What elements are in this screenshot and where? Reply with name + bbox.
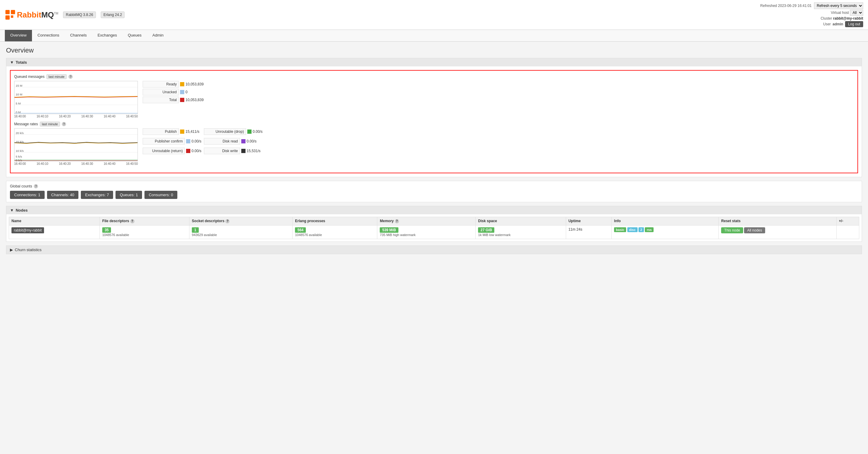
publisher-confirm-value: 0.00/s [191, 139, 202, 143]
header: RabbitMQTM RabbitMQ 3.8.26 Erlang 24.2 R… [0, 0, 868, 30]
stats-row-disk-read: Disk read 0.00/s [204, 138, 263, 145]
queued-stats-table: Ready 10,053,839 Unacked 0 Total [143, 81, 854, 105]
totals-arrow: ▼ [10, 60, 14, 65]
info-basic-badge: basic [614, 227, 626, 232]
table-row: rabbit@my-rabbit 35 1048576 available 1 … [9, 225, 859, 239]
consumers-count-btn[interactable]: Consumers: 0 [145, 191, 177, 199]
disk-write-value: 15,531/s [247, 149, 260, 153]
disk-write-label: Disk write [204, 148, 240, 154]
nav-channels[interactable]: Channels [65, 30, 92, 41]
page: Overview ▼ Totals Queued messages last m… [0, 42, 868, 454]
unroutable-drop-label: Unroutable (drop) [204, 128, 246, 135]
refresh-info: Refreshed 2023-06-29 16:41:01 Refresh ev… [760, 2, 863, 9]
node-name: rabbit@my-rabbit [11, 227, 44, 233]
svg-rect-3 [11, 16, 13, 18]
col-name: Name [9, 217, 100, 226]
memory-help[interactable]: ? [395, 219, 399, 223]
svg-text:10 k/s: 10 k/s [16, 149, 24, 152]
info-disc-badge: disc [627, 227, 638, 232]
connections-count-btn[interactable]: Connections: 1 [10, 191, 44, 199]
cluster-info: Cluster rabbit@my-rabbit [760, 16, 863, 21]
churn-arrow: ▶ [10, 248, 13, 252]
nav: Overview Connections Channels Exchanges … [0, 30, 868, 42]
socket-desc-help[interactable]: ? [225, 219, 229, 223]
ready-label: Ready [143, 81, 179, 88]
file-desc-help[interactable]: ? [130, 219, 134, 223]
disk-write-color [241, 149, 246, 153]
erlang-sub: 1048576 available [295, 233, 322, 237]
username: admin [833, 22, 843, 26]
total-color [180, 98, 184, 102]
disk-read-value: 0.00/s [247, 139, 257, 143]
uptime-cell: 11m 24s [566, 225, 611, 239]
svg-text:5 M: 5 M [16, 102, 21, 105]
nodes-label: Nodes [16, 208, 28, 212]
publish-value: 15,411/s [185, 130, 199, 134]
svg-text:10 M: 10 M [16, 93, 22, 96]
queued-messages-section: Queued messages last minute ? [14, 74, 854, 118]
queued-chart-container: 15 M 10 M 5 M 0 M [14, 81, 138, 118]
global-counts-label: Global counts ? [10, 184, 858, 188]
all-nodes-button[interactable]: All nodes [744, 227, 765, 233]
nav-connections[interactable]: Connections [32, 30, 65, 41]
nodes-table-header: Name File descriptors ? Socket descripto… [9, 217, 859, 226]
totals-inner: Queued messages last minute ? [10, 70, 858, 173]
svg-rect-0 [5, 10, 10, 14]
disk-read-color [241, 139, 246, 143]
col-file-desc: File descriptors ? [99, 217, 189, 226]
col-memory: Memory ? [377, 217, 476, 226]
churn-section: ▶ Churn statistics [6, 246, 862, 254]
queues-count-btn[interactable]: Queues: 1 [116, 191, 142, 199]
logout-button[interactable]: Log out [845, 21, 863, 27]
message-rates-section: Message rates last minute ? 20 k/s [14, 122, 854, 165]
socket-desc-cell: 1 943629 available [189, 225, 292, 239]
churn-header[interactable]: ▶ Churn statistics [6, 246, 862, 254]
queued-chart-svg: 15 M 10 M 5 M 0 M [14, 81, 137, 114]
virtual-host-select[interactable]: All [850, 10, 863, 16]
col-socket-desc: Socket descriptors ? [189, 217, 292, 226]
svg-rect-2 [5, 16, 10, 20]
unacked-color [180, 90, 184, 94]
queued-chart-row: 15 M 10 M 5 M 0 M [14, 81, 854, 118]
memory-sub: 735 MiB high watermark [380, 233, 415, 237]
col-info: Info [612, 217, 719, 226]
stats-row-total: Total 10,053,839 [143, 96, 854, 103]
disk-sub: 1k MiB low watermark [478, 233, 510, 237]
info-cell: basic disc 2 rss [612, 225, 719, 239]
col-plus-minus: +/- [836, 217, 859, 226]
totals-body: Queued messages last minute ? [6, 66, 862, 177]
nodes-header[interactable]: ▼ Nodes [6, 206, 862, 214]
stats-row-ready: Ready 10,053,839 [143, 81, 854, 88]
stats-row-publish: Publish 15,411/s [143, 128, 202, 135]
nav-exchanges[interactable]: Exchanges [92, 30, 122, 41]
this-node-button[interactable]: This node [721, 227, 743, 233]
totals-section: ▼ Totals Queued messages last minute ? [6, 58, 862, 177]
plus-minus-cell [836, 225, 859, 239]
svg-text:5 k/s: 5 k/s [16, 155, 22, 158]
logo-text: RabbitMQTM [17, 10, 58, 20]
nav-overview[interactable]: Overview [5, 30, 32, 41]
total-label: Total [143, 96, 179, 103]
svg-text:20 k/s: 20 k/s [16, 131, 24, 135]
last-minute-badge: last minute [46, 74, 67, 79]
rates-stats-right: Unroutable (drop) 0.00/s Disk read 0.00/… [204, 128, 263, 155]
erlang-version: Erlang 24.2 [101, 11, 125, 18]
totals-header[interactable]: ▼ Totals [6, 58, 862, 66]
rates-x-labels: 16:40:00 16:40:10 16:40:20 16:40:30 16:4… [14, 162, 138, 165]
exchanges-count-btn[interactable]: Exchanges: 7 [81, 191, 113, 199]
rates-help-icon[interactable]: ? [62, 122, 66, 126]
global-counts-help-icon[interactable]: ? [34, 184, 38, 188]
queued-chart: 15 M 10 M 5 M 0 M [14, 81, 138, 114]
nodes-arrow: ▼ [10, 208, 14, 212]
ready-color [180, 82, 184, 86]
col-disk: Disk space [476, 217, 566, 226]
queued-help-icon[interactable]: ? [68, 75, 73, 79]
channels-count-btn[interactable]: Channels: 40 [47, 191, 79, 199]
svg-text:0 k/s: 0 k/s [16, 159, 22, 161]
nav-queues[interactable]: Queues [122, 30, 147, 41]
stats-row-unroutable-drop: Unroutable (drop) 0.00/s [204, 128, 263, 135]
nav-admin[interactable]: Admin [147, 30, 169, 41]
nodes-section: ▼ Nodes Name File descriptors ? Socket d… [6, 206, 862, 242]
refresh-select[interactable]: Refresh every 5 seconds [814, 2, 863, 9]
disk-read-label: Disk read [204, 138, 240, 145]
